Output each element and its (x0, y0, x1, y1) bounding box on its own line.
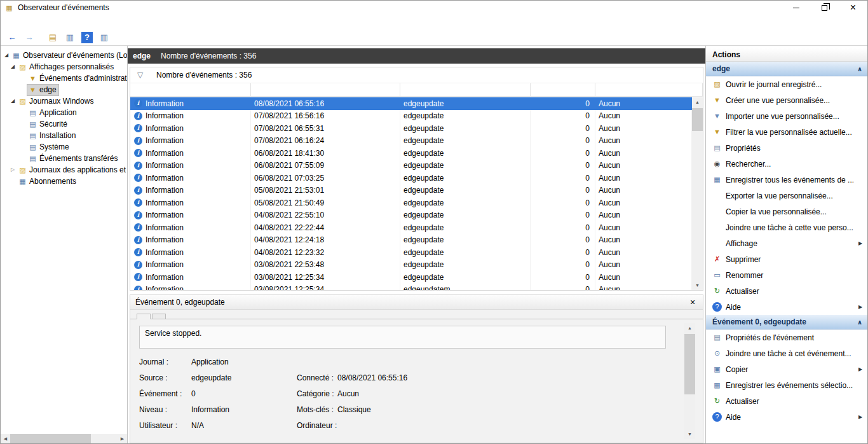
tree-expanded-icon[interactable]: ◢ (2, 51, 11, 60)
scroll-down-icon[interactable]: ▼ (693, 281, 702, 290)
menu-item[interactable] (25, 15, 36, 29)
event-row[interactable]: i Information 04/08/2021 12:24:18 edgeup… (130, 234, 692, 247)
action-item[interactable]: ✗ Supprimer ▶ (706, 251, 867, 267)
section-header-label: edge (712, 64, 857, 73)
tree-item[interactable]: ▤ Installation (1, 130, 127, 141)
tree-expanded-icon[interactable]: ◢ (8, 62, 17, 71)
tree-item[interactable]: ▤ Application (1, 107, 127, 118)
action-item[interactable]: ▤ Propriétés de l'événement ▶ (706, 330, 867, 345)
event-row[interactable]: i Information 08/08/2021 06:55:16 edgeup… (130, 97, 692, 110)
tree-item[interactable]: ▼ Événements d'administration (1, 73, 127, 84)
menu-item[interactable] (36, 15, 48, 29)
tree-item[interactable]: ◢ ▨ Journaux Windows (1, 95, 127, 107)
action-item[interactable]: ▼ Filtrer la vue personnalisée actuelle.… (706, 124, 867, 140)
toolbar-button[interactable]: ▥ (62, 31, 78, 45)
event-row[interactable]: i Information 05/08/2021 21:53:01 edgeup… (130, 184, 692, 197)
action-item[interactable]: ▼ Créer une vue personnalisée... ▶ (706, 92, 867, 108)
action-item[interactable]: ? Aide ▶ (706, 409, 867, 425)
action-item[interactable]: Affichage ▶ (706, 235, 867, 251)
close-button[interactable]: × (839, 1, 867, 15)
event-level: Information (146, 223, 184, 232)
event-row[interactable]: i Information 04/08/2021 12:23:32 edgeup… (130, 246, 692, 259)
event-category: Aucun (595, 147, 692, 160)
list-vertical-scrollbar[interactable]: ▲ ▼ (692, 97, 703, 290)
action-item[interactable]: ▨ Ouvrir le journal enregistré... ▶ (706, 76, 867, 92)
column-header[interactable] (400, 83, 531, 96)
minimize-button[interactable] (782, 1, 810, 15)
action-item[interactable]: ▼ Importer une vue personnalisée... ▶ (706, 108, 867, 124)
tree-item[interactable]: ▤ Événements transférés (1, 153, 127, 164)
tree-item[interactable]: ▦ Abonnements (1, 176, 127, 187)
tree-item[interactable]: ▤ Système (1, 141, 127, 153)
event-row[interactable]: i Information 03/08/2021 12:25:34 edgeup… (130, 284, 692, 291)
tree-item[interactable]: ▤ Sécurité (1, 118, 127, 130)
tree-item[interactable]: ▷ ▨ Journaux des applications et des ser… (1, 164, 127, 176)
action-item[interactable]: ▣ Copier ▶ (706, 361, 867, 377)
event-row[interactable]: i Information 07/08/2021 06:55:31 edgeup… (130, 122, 692, 135)
column-header[interactable] (251, 83, 400, 96)
column-header[interactable] (531, 83, 595, 96)
action-item[interactable]: ⊙ Joindre une tâche à cet événement... ▶ (706, 345, 867, 361)
scroll-left-icon[interactable]: ◀ (1, 434, 10, 443)
event-row[interactable]: i Information 06/08/2021 07:55:09 edgeup… (130, 160, 692, 172)
tree-item[interactable]: ◢ ▨ Affichages personnalisés (1, 61, 127, 73)
event-date: 03/08/2021 12:25:34 (251, 271, 400, 284)
action-item[interactable]: ? Aide ▶ (706, 299, 867, 315)
scrollbar-track[interactable] (684, 333, 695, 429)
scrollbar-thumb[interactable] (10, 434, 91, 443)
event-row[interactable]: i Information 03/08/2021 22:53:48 edgeup… (130, 259, 692, 272)
actions-section-event[interactable]: Événement 0, edgeupdate ∧ (706, 315, 867, 330)
preview-title: Événement 0, edgeupdate (135, 298, 688, 307)
event-row[interactable]: i Information 07/08/2021 16:56:16 edgeup… (130, 110, 692, 123)
tree-collapsed-icon[interactable]: ▷ (8, 165, 17, 174)
action-item[interactable]: ▦ Enregistrer les événements sélectio...… (706, 377, 867, 393)
action-item[interactable]: Copier la vue personnalisée... ▶ (706, 204, 867, 219)
event-row[interactable]: i Information 03/08/2021 12:25:34 edgeup… (130, 271, 692, 284)
action-item[interactable]: ▦ Enregistrer tous les événements de ...… (706, 172, 867, 188)
event-row[interactable]: i Information 05/08/2021 21:50:49 edgeup… (130, 197, 692, 209)
event-row[interactable]: i Information 06/08/2021 18:41:30 edgeup… (130, 147, 692, 160)
preview-vertical-scrollbar[interactable]: ▲ ▼ (684, 323, 695, 439)
scroll-down-icon[interactable]: ▼ (685, 429, 695, 439)
action-item[interactable]: ▤ Propriétés ▶ (706, 140, 867, 156)
scrollbar-thumb[interactable] (684, 334, 695, 394)
scroll-up-icon[interactable]: ▲ (685, 323, 695, 333)
action-item[interactable]: ↻ Actualiser ▶ (706, 393, 867, 409)
scrollbar-track[interactable] (10, 434, 118, 443)
scrollbar-track[interactable] (692, 107, 703, 281)
action-item[interactable]: ◉ Rechercher... ▶ (706, 156, 867, 172)
toolbar-button[interactable]: ? (79, 31, 95, 45)
action-item[interactable]: ▭ Renommer ▶ (706, 267, 867, 283)
event-source: edgeupdate (400, 246, 531, 259)
menu-item[interactable] (13, 15, 25, 29)
scroll-right-icon[interactable]: ▶ (118, 434, 127, 443)
event-row[interactable]: i Information 06/08/2021 07:03:25 edgeup… (130, 172, 692, 184)
menu-item[interactable] (2, 15, 13, 29)
actions-section-edge[interactable]: edge ∧ (706, 62, 867, 76)
restore-button[interactable] (810, 1, 839, 15)
tree-horizontal-scrollbar[interactable]: ◀ ▶ (1, 434, 127, 443)
action-item[interactable]: ↻ Actualiser ▶ (706, 283, 867, 299)
scroll-up-icon[interactable]: ▲ (693, 97, 702, 107)
action-item[interactable]: Exporter la vue personnalisée... ▶ (706, 188, 867, 204)
collapse-chevron-icon[interactable]: ∧ (857, 66, 862, 73)
column-header[interactable] (130, 83, 251, 96)
event-row[interactable]: i Information 04/08/2021 22:22:44 edgeup… (130, 221, 692, 234)
tree-item[interactable]: ◢ ▦ Observateur d'événements (Local) (1, 50, 127, 61)
toolbar-button[interactable]: ▤ (45, 31, 60, 45)
tree-expanded-icon[interactable]: ◢ (8, 97, 17, 106)
preview-tab[interactable] (152, 314, 166, 319)
action-item[interactable]: Joindre une tâche à cette vue perso... ▶ (706, 219, 867, 235)
toolbar-button[interactable]: → (22, 31, 37, 45)
event-row[interactable]: i Information 04/08/2021 22:55:10 edgeup… (130, 209, 692, 222)
toolbar-button[interactable]: ▥ (97, 31, 112, 45)
event-row[interactable]: i Information 07/08/2021 06:16:24 edgeup… (130, 135, 692, 148)
scrollbar-thumb[interactable] (692, 108, 703, 131)
toolbar-button[interactable]: ← (4, 31, 20, 45)
tree-item[interactable]: ▼ edge (1, 84, 127, 95)
log-icon: ▤ (28, 142, 37, 152)
close-icon[interactable]: × (688, 297, 698, 307)
preview-tab[interactable] (137, 314, 151, 319)
collapse-chevron-icon[interactable]: ∧ (857, 319, 862, 326)
column-header[interactable] (595, 83, 703, 96)
